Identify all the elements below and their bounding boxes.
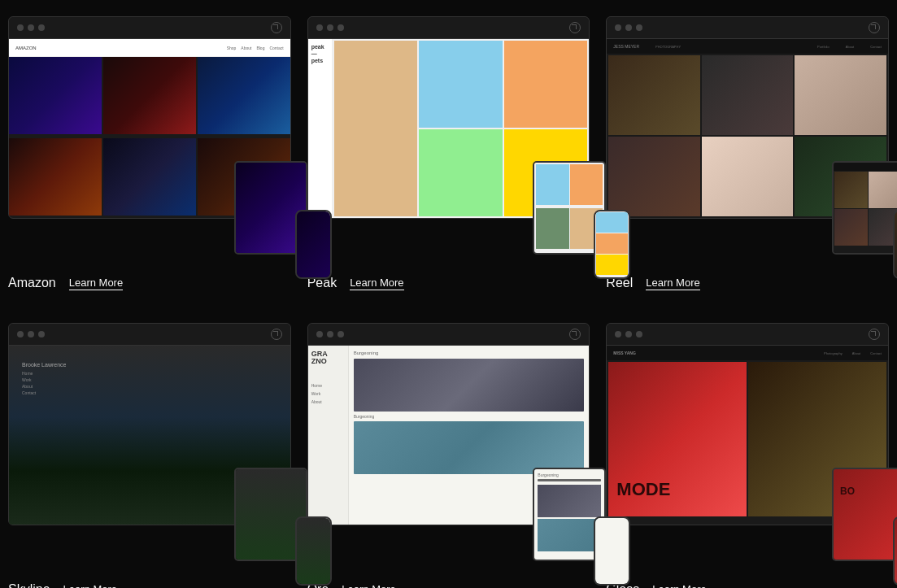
p-cell (596, 212, 628, 233)
gloss-footer: Gloss Learn More (606, 577, 889, 588)
card-reel: JESS MEYER PHOTOGRAPHY Portfolio About C… (606, 16, 889, 290)
dot-3 (337, 24, 344, 31)
ora-phone-inner (595, 518, 629, 584)
amazon-cell-2 (103, 57, 196, 134)
gloss-browser-bar (607, 324, 888, 346)
nav-item: Shop (227, 46, 237, 50)
peak-screenshot-wrapper: peak—pets (307, 16, 590, 230)
t-cell (570, 164, 603, 205)
amazon-browser-bar (9, 17, 290, 39)
peak-cell-2 (504, 41, 588, 128)
amazon-phone-inner (297, 211, 330, 277)
amazon-footer: Amazon Learn More (8, 271, 291, 290)
card-gloss: MISS YANG Photography About Contact MODE (606, 323, 889, 588)
ora-screenshot-wrapper: GRAZNO HomeWorkAbout Burgeoning Burgeoni… (307, 323, 590, 537)
p-cell (596, 233, 628, 254)
dot-1 (615, 331, 621, 338)
peak-learn-more[interactable]: Learn More (350, 277, 403, 290)
dot-2 (28, 24, 34, 31)
gloss-nav: MISS YANG Photography About Contact (607, 346, 888, 360)
gloss-tablet-text: BO (834, 469, 897, 513)
reel-tablet-grid (834, 171, 897, 246)
skyline-author: Brooke Lawrence (22, 362, 66, 368)
ora-t-bar (538, 479, 601, 481)
dot-1 (17, 331, 24, 338)
reel-logo: JESS MEYER (613, 44, 639, 49)
skyline-nav: HomeWorkAboutContact (22, 370, 66, 396)
peak-phone-inner (595, 211, 629, 277)
amazon-phone (295, 210, 332, 279)
reel-tablet-inner (834, 163, 897, 253)
p-cell (596, 255, 628, 275)
gloss-phone (893, 516, 897, 586)
rt-cell (834, 172, 869, 208)
reel-phone (893, 210, 897, 279)
peak-footer: Peak Learn More (307, 271, 590, 290)
ora-caption: Burgeoning (354, 414, 585, 419)
amazon-cell-3 (198, 57, 290, 134)
card-amazon: AMAZON Shop About Blog Contact (8, 16, 291, 290)
gloss-tablet-inner: BO (834, 469, 897, 560)
template-grid: AMAZON Shop About Blog Contact (8, 16, 889, 588)
browser-icon (869, 22, 880, 33)
peak-phone (594, 210, 630, 279)
skyline-learn-more[interactable]: Learn More (63, 583, 117, 589)
card-peak: peak—pets (307, 16, 590, 290)
gloss-learn-more[interactable]: Learn More (652, 583, 706, 589)
reel-footer: Reel Learn More (606, 271, 889, 290)
reel-nav: JESS MEYER PHOTOGRAPHY Portfolio About C… (607, 39, 888, 54)
skyline-phone (295, 516, 332, 586)
peak-cell-1 (419, 41, 503, 128)
nav-item: PHOTOGRAPHY (655, 45, 681, 49)
dot-1 (316, 24, 323, 31)
peak-browser-bar (308, 17, 590, 39)
amazon-cell-1 (9, 57, 102, 134)
ora-sidebar: GRAZNO HomeWorkAbout (308, 346, 349, 525)
ora-logo: GRAZNO (311, 351, 345, 365)
reel-tablet-nav (834, 163, 897, 171)
skyline-browser-bar (9, 324, 290, 346)
amazon-learn-more[interactable]: Learn More (69, 277, 123, 290)
dot-3 (636, 331, 642, 338)
ora-browser-bar (308, 324, 590, 346)
card-ora: GRAZNO HomeWorkAbout Burgeoning Burgeoni… (307, 323, 590, 588)
gloss-logo: MISS YANG (613, 351, 636, 355)
dot-1 (17, 24, 24, 31)
gloss-text-mode: MODE (616, 479, 670, 500)
amazon-nav: Shop About Blog Contact (227, 46, 284, 50)
amazon-logo: AMAZON (15, 46, 37, 50)
ora-t-img (538, 485, 601, 517)
dot-2 (625, 331, 632, 338)
reel-cell-3 (795, 55, 886, 135)
peak-cell-3 (334, 41, 418, 216)
ora-img-top (354, 359, 585, 412)
nav-item: About (852, 351, 860, 355)
nav-item: Contact (269, 46, 283, 50)
nav-item: Portfolio (817, 45, 830, 49)
browser-icon (869, 329, 880, 340)
dot-2 (327, 24, 333, 31)
t-cell (536, 164, 569, 205)
reel-cell-1 (608, 55, 700, 135)
dot-3 (38, 24, 45, 31)
dot-1 (316, 331, 323, 338)
dot-3 (337, 331, 344, 338)
ora-t-text: Burgeoning (538, 473, 601, 477)
t-cell (536, 208, 569, 249)
peak-sidebar: peak—pets (308, 39, 333, 218)
gloss-cell-1: MODE (608, 362, 747, 516)
nav-item: Blog (256, 46, 264, 50)
skyline-screenshot-wrapper: Brooke Lawrence HomeWorkAboutContact (8, 323, 291, 537)
amazon-header: AMAZON Shop About Blog Contact (9, 39, 290, 57)
reel-tablet (832, 161, 897, 255)
ora-learn-more[interactable]: Learn More (342, 583, 395, 589)
card-skyline: Brooke Lawrence HomeWorkAboutContact Sky… (8, 323, 291, 588)
skyline-name: Skyline (8, 582, 50, 588)
ora-footer: Ora Learn More (307, 577, 590, 588)
rt-cell (834, 209, 869, 246)
reel-browser-bar (607, 17, 888, 39)
dot-3 (38, 331, 45, 338)
browser-icon (271, 22, 282, 33)
reel-learn-more[interactable]: Learn More (646, 277, 699, 290)
gloss-screenshot-wrapper: MISS YANG Photography About Contact MODE (606, 323, 889, 537)
